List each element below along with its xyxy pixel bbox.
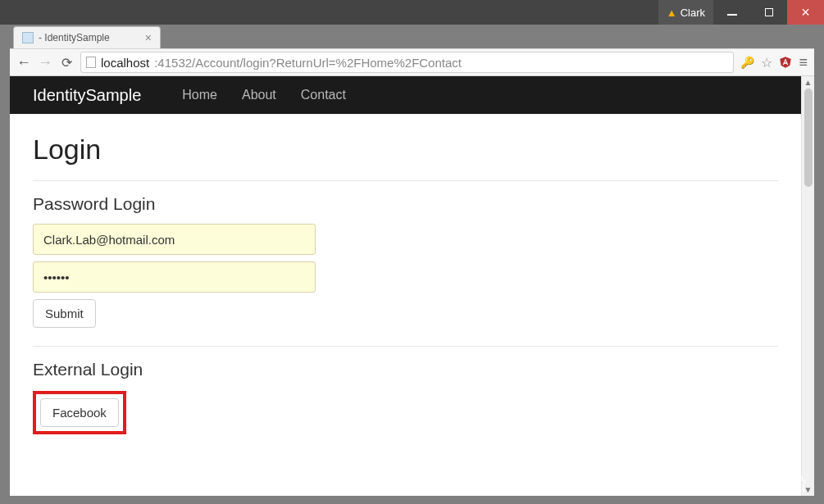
page-icon — [22, 32, 34, 43]
os-user-badge: ▲ Clark — [658, 0, 713, 25]
scroll-up-icon[interactable]: ▲ — [804, 78, 813, 87]
nav-link-home[interactable]: Home — [182, 88, 217, 102]
site-info-icon[interactable] — [86, 57, 96, 68]
bookmark-star-icon[interactable]: ☆ — [761, 55, 772, 70]
vertical-scrollbar[interactable]: ▲ ▼ — [801, 76, 814, 496]
nav-link-contact[interactable]: Contact — [301, 88, 346, 102]
angular-shield-icon[interactable] — [779, 56, 792, 69]
address-bar[interactable]: localhost:41532/Account/login?ReturnUrl=… — [80, 52, 734, 73]
page-title: Login — [33, 134, 778, 166]
divider — [33, 346, 778, 347]
facebook-highlight-box: Facebook — [33, 391, 126, 434]
chrome-menu-icon[interactable]: ≡ — [799, 54, 808, 71]
password-key-icon[interactable]: 🔑 — [740, 56, 754, 69]
facebook-button[interactable]: Facebook — [40, 398, 119, 427]
nav-link-about[interactable]: About — [242, 88, 276, 102]
browser-window: - IdentitySample × ← → ⟳ localhost:41532… — [10, 25, 814, 496]
tab-title: - IdentitySample — [39, 32, 110, 43]
scroll-thumb[interactable] — [804, 89, 813, 187]
password-field[interactable] — [33, 261, 316, 293]
tab-close-icon[interactable]: × — [145, 31, 152, 44]
page-content: IdentitySample Home About Contact Login … — [10, 76, 801, 496]
tab-bar: - IdentitySample × — [10, 25, 814, 48]
reload-button[interactable]: ⟳ — [59, 55, 74, 70]
url-host: localhost — [101, 56, 149, 70]
scroll-down-icon[interactable]: ▼ — [804, 485, 813, 494]
window-maximize-button[interactable] — [750, 0, 787, 25]
window-close-button[interactable]: × — [787, 0, 824, 25]
window-minimize-button[interactable] — [713, 0, 750, 25]
email-field[interactable] — [33, 224, 316, 255]
divider — [33, 180, 778, 181]
viewport: IdentitySample Home About Contact Login … — [10, 76, 814, 496]
external-login-heading: External Login — [33, 360, 778, 379]
close-icon: × — [801, 4, 810, 21]
browser-tab[interactable]: - IdentitySample × — [13, 26, 161, 48]
os-titlebar: ▲ Clark × — [0, 0, 824, 25]
forward-button[interactable]: → — [38, 54, 52, 71]
site-navbar: IdentitySample Home About Contact — [10, 76, 801, 114]
back-button[interactable]: ← — [16, 54, 31, 71]
browser-toolbar: ← → ⟳ localhost:41532/Account/login?Retu… — [10, 48, 814, 76]
navbar-brand[interactable]: IdentitySample — [33, 86, 141, 105]
url-path: :41532/Account/login?ReturnUrl=%2FHome%2… — [154, 56, 462, 70]
warning-icon: ▲ — [667, 7, 677, 19]
submit-button[interactable]: Submit — [33, 299, 96, 328]
os-user-label: Clark — [681, 7, 705, 19]
password-login-heading: Password Login — [33, 194, 778, 214]
